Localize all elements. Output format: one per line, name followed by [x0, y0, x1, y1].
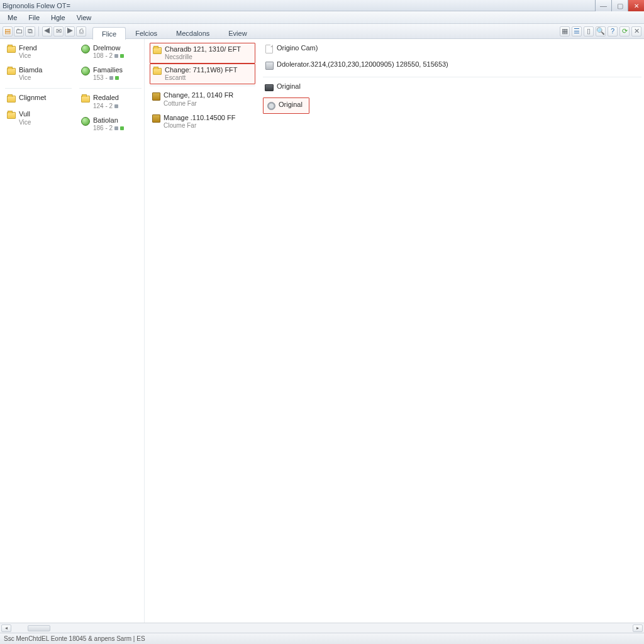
list-item[interactable]: Original	[263, 97, 309, 114]
toolbar-right: ▦ ☰ ▯ 🔍 ? ⟳ ✕	[560, 26, 641, 36]
list-item[interactable]: FrendVice	[5, 43, 72, 65]
close-small-icon[interactable]: ✕	[631, 26, 641, 36]
list-item[interactable]: Drelmow108 - 2	[79, 43, 142, 65]
list-item[interactable]: Original	[263, 81, 641, 97]
list-item[interactable]: Batiolan186 - 2	[79, 115, 142, 137]
status-text: Ssc MenChtdEL Eonte 18045 & anpens Sarm …	[4, 635, 145, 642]
list-item[interactable]: Redaled124 - 2	[79, 92, 142, 114]
menu-item-1[interactable]: File	[23, 13, 45, 23]
toolbar-left: ▤ 🗀 ⧉ ⯇ ✉ ⯈ ⎙	[3, 26, 86, 36]
statusbar: Ssc MenChtdEL Eonte 18045 & anpens Sarm …	[0, 633, 644, 644]
horizontal-scrollbar[interactable]: ◂ ▸	[0, 623, 644, 633]
globe-icon	[80, 66, 91, 76]
toolbar: ▤ 🗀 ⧉ ⯇ ✉ ⯈ ⎙ Flice Felcios Mecdalons Ev…	[0, 24, 644, 39]
refresh-icon[interactable]: ⟳	[619, 26, 630, 36]
column-4: Origino Cam) Ddolerator.3214,(2310,230,1…	[258, 39, 644, 623]
folder-icon	[6, 66, 16, 76]
content: FrendVice BiamdaVice Clignmet VullVice D…	[0, 39, 644, 623]
list-item[interactable]: VullVice	[5, 109, 72, 131]
column-2: Drelmow108 - 2 Famailies153 - Redaled124…	[74, 39, 145, 623]
disk-icon	[264, 60, 274, 70]
divider	[5, 88, 72, 89]
list-item[interactable]: Change: 711,1W8) FFTEscantt	[150, 64, 255, 84]
monitor-icon	[264, 82, 274, 92]
titlebar: Bignonolis Folew OT= — ▢ ✕	[0, 0, 644, 11]
list-item[interactable]: Charadb 121, 1310/ EFTNecsdrille	[150, 43, 255, 64]
folder-icon	[152, 45, 162, 55]
search-icon[interactable]: 🔍	[596, 26, 606, 36]
folder-icon	[80, 94, 91, 104]
globe-icon	[80, 116, 91, 126]
scroll-left-button[interactable]: ◂	[1, 625, 11, 632]
scroll-thumb[interactable]	[28, 625, 50, 631]
gear-icon	[266, 101, 276, 111]
maximize-button[interactable]: ▢	[611, 0, 628, 11]
tool-copy-icon[interactable]: ⧉	[25, 26, 35, 36]
list-item[interactable]: Change, 211, 0140 FRCottune Far	[150, 90, 255, 112]
column-3: Charadb 121, 1310/ EFTNecsdrille Change:…	[145, 39, 258, 623]
scroll-right-button[interactable]: ▸	[633, 625, 643, 632]
calendar-icon[interactable]: ▦	[560, 26, 570, 36]
tab-3[interactable]: Eview	[219, 26, 256, 39]
menu-item-2[interactable]: Hgle	[46, 13, 70, 23]
globe-icon	[80, 44, 91, 54]
list-icon[interactable]: ☰	[572, 26, 582, 36]
tab-1[interactable]: Felcios	[126, 26, 167, 39]
chip-icon	[151, 91, 161, 101]
menu-item-0[interactable]: Me	[3, 13, 22, 23]
tool-open-icon[interactable]: 🗀	[14, 26, 24, 36]
column-1: FrendVice BiamdaVice Clignmet VullVice	[0, 39, 74, 623]
menubar: Me File Hgle View	[0, 11, 644, 24]
tool-forward-icon[interactable]: ⯈	[65, 26, 75, 36]
menu-item-3[interactable]: View	[72, 13, 97, 23]
tool-print-icon[interactable]: ⎙	[76, 26, 86, 36]
tab-0[interactable]: Flice	[92, 27, 126, 40]
list-item[interactable]: Ddolerator.3214,(2310,230,12000905) 1285…	[263, 59, 641, 75]
tool-save-icon[interactable]: ▤	[3, 26, 13, 36]
divider	[150, 86, 255, 86]
window-title: Bignonolis Folew OT=	[3, 2, 70, 9]
window-controls: — ▢ ✕	[595, 0, 644, 11]
folder-icon	[6, 44, 16, 54]
folder-icon	[152, 66, 162, 76]
list-item[interactable]: Origino Cam)	[263, 43, 641, 59]
divider	[79, 88, 142, 89]
toolbar-separator	[38, 26, 39, 36]
list-item[interactable]: Clignmet	[5, 92, 72, 109]
tool-mail-icon[interactable]: ✉	[53, 26, 64, 36]
list-item[interactable]: BiamdaVice	[5, 65, 72, 87]
page-icon[interactable]: ▯	[584, 26, 594, 36]
list-item[interactable]: Manage .110.14500 FFCloume Far	[150, 113, 255, 135]
minimize-button[interactable]: —	[595, 0, 611, 11]
tool-back-icon[interactable]: ⯇	[42, 26, 52, 36]
folder-icon	[6, 94, 16, 104]
list-item[interactable]: Famailies153 -	[79, 65, 142, 87]
tabs: Flice Felcios Mecdalons Eview	[92, 24, 257, 39]
close-button[interactable]: ✕	[628, 0, 644, 11]
chip-icon	[151, 114, 161, 124]
help-icon[interactable]: ?	[608, 26, 618, 36]
tab-2[interactable]: Mecdalons	[167, 26, 219, 39]
folder-icon	[6, 110, 16, 120]
divider	[263, 77, 641, 77]
page-icon	[264, 44, 274, 54]
